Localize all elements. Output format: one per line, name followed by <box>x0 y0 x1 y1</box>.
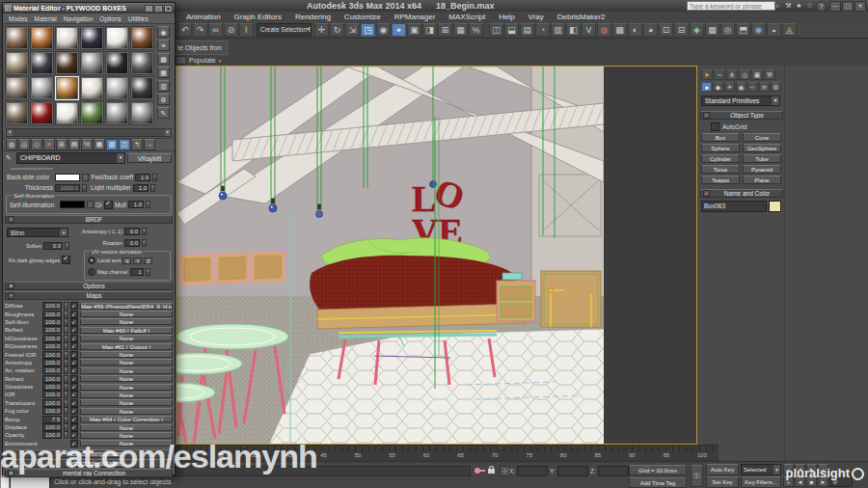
map-slot-button[interactable]: None <box>80 424 173 431</box>
local-axis-radio[interactable] <box>88 257 95 264</box>
maximize-button[interactable]: ▢ <box>842 1 854 12</box>
ribbon-populate[interactable]: Populate ▾ <box>176 56 221 65</box>
map-slot-button[interactable]: Map #64 ( Color Correction ) <box>80 416 173 422</box>
light-mult-value[interactable]: 1.0 <box>133 184 149 192</box>
object-type-button[interactable]: Plane <box>743 176 781 184</box>
toolbar-icon[interactable]: ⇲ <box>345 23 360 37</box>
map-slot-button[interactable]: Map #61 ( Output ) <box>80 343 173 350</box>
menu-item[interactable]: Customize <box>338 13 388 21</box>
collapsed-rollout[interactable]: Reflect interpolation <box>5 449 173 458</box>
map-amount[interactable]: 100.0 <box>42 366 62 374</box>
material-sample-slot[interactable] <box>105 101 129 125</box>
create-category-icon[interactable]: ≋ <box>759 82 770 92</box>
material-sample-slot[interactable] <box>130 101 154 125</box>
menu-item[interactable]: RPManager <box>388 13 443 21</box>
meditor-toolbar-icon[interactable]: ◎ <box>18 139 30 150</box>
map-enable-checkbox[interactable] <box>70 391 78 398</box>
key-filters-button[interactable]: Key Filters... <box>741 476 781 488</box>
material-sample-slot[interactable] <box>130 76 154 100</box>
map-slot-button[interactable]: None <box>80 367 173 374</box>
map-amount[interactable]: 100.0 <box>42 351 62 359</box>
map-amount[interactable]: 100.0 <box>42 391 62 398</box>
material-sample-slot[interactable] <box>130 51 154 75</box>
material-sample-slot[interactable] <box>80 51 104 75</box>
spinner[interactable] <box>64 311 68 318</box>
map-channel-value[interactable]: 1 <box>130 268 144 276</box>
map-amount[interactable]: 100.0 <box>42 431 62 439</box>
map-amount[interactable]: 100.0 <box>42 399 62 407</box>
spinner[interactable] <box>82 184 87 192</box>
spinner[interactable] <box>64 383 68 391</box>
search-input[interactable] <box>687 1 775 11</box>
auto-key-button[interactable]: Auto Key <box>706 464 739 475</box>
spinner[interactable] <box>64 407 68 415</box>
primitive-category-dropdown[interactable]: Standard Primitives <box>701 95 780 106</box>
meditor-toolbar-icon[interactable]: ▦ <box>94 139 105 150</box>
playback-button[interactable]: « <box>783 476 794 487</box>
spinner[interactable] <box>64 391 68 398</box>
toolbar-icon[interactable]: ◳ <box>361 23 375 37</box>
map-shortcut-button[interactable] <box>82 174 89 181</box>
material-sample-slot[interactable] <box>5 101 29 125</box>
spinner[interactable] <box>142 228 147 235</box>
titlebar-icon[interactable]: ⚒ <box>784 1 793 10</box>
playback-button[interactable]: ► <box>818 476 828 487</box>
set-keys-button[interactable]: ⚿ <box>691 465 703 487</box>
sample-option-icon[interactable]: ◉ <box>157 26 170 38</box>
material-sample-slot[interactable] <box>55 26 79 50</box>
map-enable-checkbox[interactable] <box>70 399 78 407</box>
map-amount[interactable]: 100.0 <box>42 375 62 383</box>
toolbar-icon[interactable]: ↻ <box>330 23 344 37</box>
spinner[interactable] <box>152 174 157 181</box>
map-enable-checkbox[interactable] <box>70 383 78 391</box>
ribbon-panel-fragment[interactable]: te Objects fron <box>172 41 228 55</box>
material-sample-slot[interactable] <box>105 51 129 75</box>
wall-cabinets[interactable] <box>180 252 285 285</box>
meditor-toolbar-icon[interactable]: ◍ <box>6 139 17 150</box>
titlebar-icon[interactable]: ☆ <box>805 1 814 10</box>
toolbar-icon[interactable]: ↶ <box>177 23 192 37</box>
gi-checkbox[interactable] <box>104 201 113 209</box>
map-slot-button[interactable]: None <box>80 318 173 325</box>
axis-y-button[interactable]: Y <box>133 258 142 264</box>
spinner[interactable] <box>64 326 68 334</box>
brdf-rollout[interactable]: BRDF <box>5 215 173 224</box>
map-enable-checkbox[interactable] <box>70 318 78 326</box>
map-enable-checkbox[interactable] <box>70 440 78 447</box>
axis-z-button[interactable]: Z <box>144 258 152 264</box>
toolbar-icon[interactable]: % <box>469 23 483 37</box>
spinner[interactable] <box>146 201 150 208</box>
x-field[interactable] <box>517 466 548 476</box>
menu-item[interactable]: Utilities <box>128 15 149 22</box>
toolbar-icon[interactable]: ▦ <box>453 23 468 37</box>
map-shortcut-button[interactable] <box>87 201 94 208</box>
object-name-field[interactable]: Box063 <box>701 201 767 212</box>
object-type-button[interactable]: Cylinder <box>701 154 740 163</box>
toolbar-icon[interactable]: ⊟ <box>674 23 689 37</box>
material-sample-slot[interactable] <box>55 101 79 125</box>
map-amount[interactable]: 100.0 <box>42 326 62 334</box>
map-slot-button[interactable]: Map #60 ( Falloff ) <box>80 327 173 334</box>
object-type-button[interactable]: Tube <box>743 154 781 163</box>
toolbar-icon[interactable]: ◎ <box>720 23 735 37</box>
menu-item[interactable]: Material <box>35 15 57 22</box>
selfillum-color-swatch[interactable] <box>60 201 85 208</box>
toolbar-icon[interactable]: ◫ <box>489 23 503 37</box>
map-amount[interactable]: 100.0 <box>42 359 62 366</box>
pick-material-icon[interactable]: ✎ <box>6 154 14 162</box>
toolbar-icon[interactable]: ◒ <box>767 23 781 37</box>
map-enable-checkbox[interactable] <box>70 342 78 350</box>
spinner[interactable] <box>64 351 68 359</box>
anisotropy-value[interactable]: 0.0 <box>124 228 140 235</box>
playback-button[interactable]: « <box>783 464 794 474</box>
spinner[interactable] <box>64 302 68 310</box>
map-enable-checkbox[interactable] <box>70 366 78 374</box>
map-amount[interactable]: 100.0 <box>42 318 62 326</box>
command-tab-icon[interactable]: ➤ <box>701 69 713 80</box>
toolbar-icon[interactable]: ∞ <box>208 23 223 37</box>
spinner[interactable] <box>64 423 68 431</box>
toolbar-icon[interactable]: ◕ <box>643 23 658 37</box>
maps-rollout[interactable]: Maps <box>5 291 173 300</box>
map-amount[interactable]: 100.0 <box>42 383 62 391</box>
map-enable-checkbox[interactable] <box>70 431 78 439</box>
